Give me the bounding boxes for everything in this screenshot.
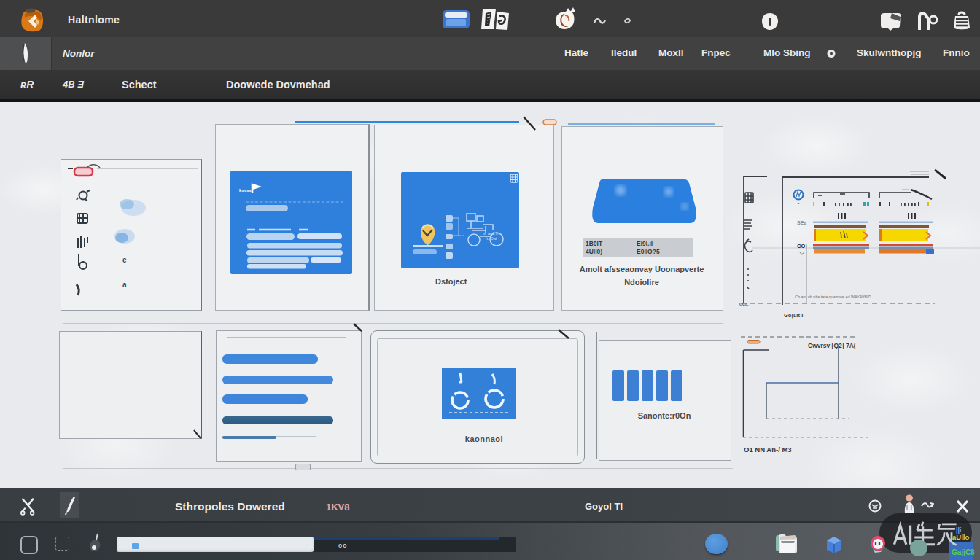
svg-text:fo Bat: fo Bat xyxy=(486,236,497,241)
svg-text:Ch am ab nbs tata quwmws ed WA: Ch am ab nbs tata quwmws ed WAYAVBID xyxy=(795,295,871,299)
svg-text:e: e xyxy=(122,256,127,264)
svg-text:O1 NN An-/ M3: O1 NN An-/ M3 xyxy=(744,446,792,454)
svg-text:4Ull0): 4Ull0) xyxy=(586,248,602,255)
svg-text:UCc.: UCc. xyxy=(739,302,749,306)
svg-text:sl apk h: sl apk h xyxy=(483,231,499,236)
svg-text:a: a xyxy=(122,281,127,289)
svg-text:Cwvrsv [Q2] 7A(: Cwvrsv [Q2] 7A( xyxy=(808,342,856,349)
svg-text:Go(ult I: Go(ult I xyxy=(784,312,803,319)
svg-text:1B0lT: 1B0lT xyxy=(586,240,603,247)
svg-text:EI9I.il: EI9I.il xyxy=(637,240,653,247)
svg-text:E0llO?5: E0llO?5 xyxy=(637,248,660,255)
svg-text:kssss: kssss xyxy=(239,188,252,192)
svg-text:CO: CO xyxy=(797,243,805,249)
svg-text:SEa: SEa xyxy=(797,220,806,225)
